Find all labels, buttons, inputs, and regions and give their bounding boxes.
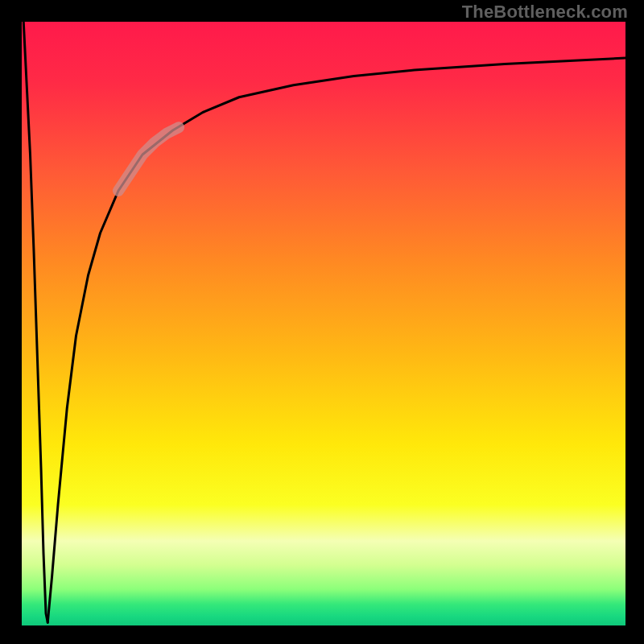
watermark-text: TheBottleneck.com (462, 2, 628, 23)
curve-highlight-segment (118, 127, 179, 191)
curve-right-branch (47, 58, 625, 622)
plot-area (22, 22, 625, 625)
curve-layer (22, 22, 625, 625)
curve-left-branch (23, 22, 47, 622)
chart-frame: TheBottleneck.com (0, 0, 644, 644)
